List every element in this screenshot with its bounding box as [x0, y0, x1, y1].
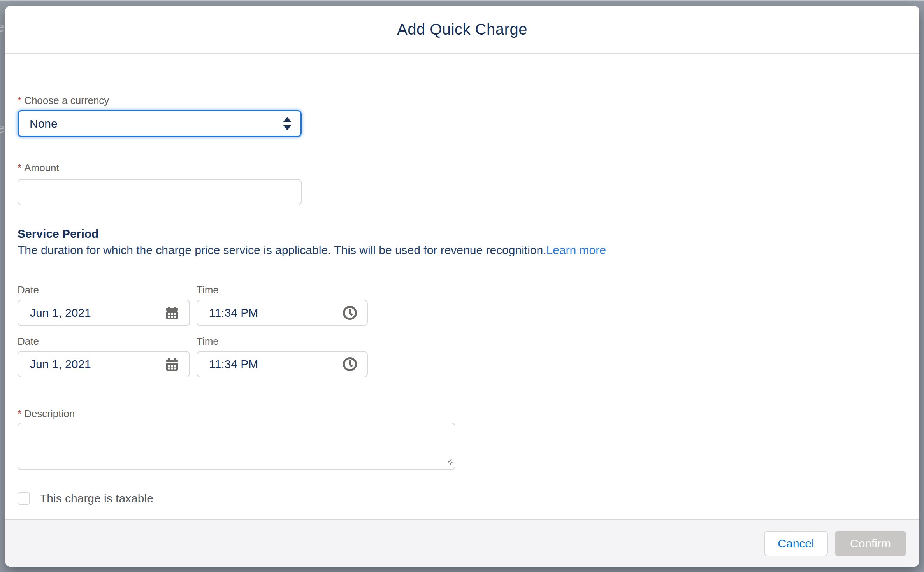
- learn-more-link[interactable]: Learn more: [546, 244, 606, 256]
- backdrop-clipped-text: e: [0, 121, 5, 136]
- start-time-input[interactable]: [209, 306, 342, 319]
- required-asterisk: *: [18, 95, 21, 107]
- required-asterisk: *: [18, 162, 21, 174]
- add-quick-charge-dialog: Add Quick Charge * Choose a currency Non…: [5, 6, 919, 567]
- dialog-body: * Choose a currency None * Amount Servic…: [5, 95, 919, 505]
- end-time-field: [197, 351, 368, 377]
- start-date-field: [18, 300, 190, 326]
- taxable-label: This charge is taxable: [40, 492, 153, 505]
- currency-field-label: * Choose a currency: [18, 95, 906, 107]
- confirm-button[interactable]: Confirm: [835, 531, 906, 556]
- stepper-down-icon: [283, 125, 291, 130]
- cancel-button[interactable]: Cancel: [764, 531, 828, 556]
- dialog-header: Add Quick Charge: [5, 6, 919, 54]
- required-asterisk: *: [18, 408, 21, 420]
- service-period-row-end: Date: [18, 335, 906, 377]
- end-time-input[interactable]: [209, 358, 342, 371]
- amount-label-text: Amount: [24, 162, 59, 174]
- currency-select[interactable]: None: [18, 110, 302, 137]
- start-time-label: Time: [197, 284, 368, 296]
- description-label-text: Description: [24, 408, 75, 420]
- start-date-input[interactable]: [30, 306, 164, 319]
- calendar-icon[interactable]: [164, 356, 180, 372]
- dialog-footer: Cancel Confirm: [5, 519, 919, 567]
- end-time-label: Time: [197, 335, 368, 347]
- start-date-label: Date: [18, 284, 190, 296]
- amount-field-label: * Amount: [18, 162, 906, 174]
- service-period-help-text: The duration for which the charge price …: [18, 244, 546, 256]
- amount-input[interactable]: [18, 179, 302, 205]
- clock-icon[interactable]: [342, 356, 358, 372]
- end-date-input[interactable]: [30, 358, 164, 371]
- stepper-up-icon: [283, 117, 291, 122]
- start-time-field: [197, 300, 368, 326]
- service-period-help: The duration for which the charge price …: [18, 244, 906, 257]
- taxable-checkbox[interactable]: [18, 492, 30, 505]
- backdrop-clipped-text: e: [0, 19, 5, 35]
- description-field-label: * Description: [18, 408, 906, 420]
- service-period-heading: Service Period: [18, 227, 906, 240]
- backdrop-underlying-line-2: [0, 0, 924, 1]
- dialog-title: Add Quick Charge: [397, 21, 527, 38]
- description-textarea[interactable]: [18, 423, 455, 470]
- select-stepper: [283, 117, 293, 130]
- currency-label-text: Choose a currency: [24, 95, 109, 107]
- taxable-row: This charge is taxable: [18, 492, 906, 505]
- service-period-row-start: Date: [18, 284, 906, 326]
- end-date-label: Date: [18, 335, 190, 347]
- currency-select-value: None: [30, 117, 283, 130]
- calendar-icon[interactable]: [164, 305, 180, 321]
- end-date-field: [18, 351, 190, 377]
- clock-icon[interactable]: [342, 305, 358, 321]
